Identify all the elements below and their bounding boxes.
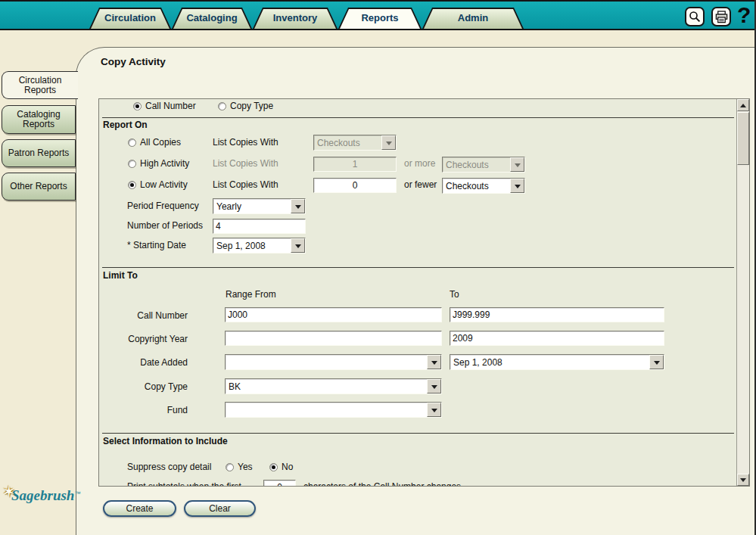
period-frequency-dropdown[interactable]: Yearly (213, 198, 306, 214)
report-options-form: Call Number Copy Type Report On All Copi… (98, 98, 750, 487)
app-window: Copy Activity Circulation Cataloging Inv… (0, 0, 756, 535)
logo-text: Sagebrush (11, 487, 74, 503)
tab-circulation-label: Circulation (89, 12, 171, 23)
suppress-no-radio[interactable] (269, 463, 278, 471)
create-button[interactable]: Create (103, 500, 176, 517)
top-navigation-bar: Circulation Cataloging Inventory Reports… (0, 0, 756, 30)
number-of-periods-input[interactable]: 4 (213, 219, 306, 234)
low-activity-label: Low Activity (140, 179, 188, 190)
section-divider (102, 433, 734, 434)
chevron-down-icon (381, 135, 396, 150)
scrollbar-thumb[interactable] (737, 112, 749, 165)
call-number-radio-label: Call Number (145, 101, 196, 111)
tab-reports[interactable]: Reports (338, 8, 422, 29)
number-of-periods-label: Number of Periods (127, 220, 203, 231)
tab-circulation[interactable]: Circulation (89, 8, 171, 29)
copy-type-radio[interactable] (218, 102, 226, 110)
sidebar-item-circulation-reports[interactable]: Circulation Reports (2, 71, 78, 99)
tab-cataloging[interactable]: Cataloging (172, 8, 252, 29)
low-activity-count-input[interactable]: 0 (313, 178, 397, 193)
list-copies-with-label: List Copies With (213, 158, 278, 169)
chevron-down-icon[interactable] (291, 199, 305, 213)
all-copies-unit-dropdown: Checkouts (313, 135, 397, 151)
starting-date-dropdown[interactable]: Sep 1, 2008 (213, 238, 306, 254)
chevron-down-icon[interactable] (510, 179, 524, 193)
list-copies-with-label: List Copies With (213, 137, 278, 148)
tab-reports-label: Reports (338, 12, 422, 23)
chevron-down-icon[interactable] (427, 403, 441, 417)
dropdown-value: Checkouts (314, 135, 381, 150)
limit-to-heading: Limit To (103, 270, 138, 281)
dropdown-value: Sep 1, 2008 (213, 238, 291, 253)
search-button[interactable] (685, 7, 705, 26)
help-button[interactable]: ? (737, 2, 751, 28)
high-activity-unit-dropdown: Checkouts (442, 157, 525, 173)
suppress-copy-detail-label: Suppress copy detail (127, 462, 211, 472)
fund-dropdown[interactable] (225, 402, 442, 418)
sidebar-item-label: Circulation Reports (2, 76, 78, 95)
or-more-label: or more (404, 158, 435, 169)
limit-copyright-year-label: Copyright Year (104, 334, 188, 344)
dropdown-value (226, 403, 427, 417)
section-divider (102, 117, 734, 118)
low-activity-radio[interactable] (128, 181, 136, 189)
chevron-down-icon[interactable] (291, 238, 305, 253)
high-activity-count-input: 1 (313, 157, 397, 172)
chevron-down-icon[interactable] (427, 379, 441, 393)
star-icon: ✶ (2, 483, 16, 501)
chevron-down-icon (740, 478, 746, 485)
limit-date-added-label: Date Added (104, 357, 188, 368)
call-number-radio[interactable] (133, 102, 142, 110)
print-icon (714, 10, 729, 24)
dropdown-value: Checkouts (443, 179, 510, 193)
dropdown-value: Sep 1, 2008 (450, 355, 649, 369)
vertical-scrollbar[interactable] (736, 99, 749, 486)
copyright-year-from-input[interactable] (225, 331, 442, 346)
chevron-up-icon (740, 101, 746, 107)
range-from-column-header: Range From (226, 289, 276, 300)
sidebar-item-cataloging-reports[interactable]: Cataloging Reports (2, 105, 76, 134)
starting-date-label: * Starting Date (127, 240, 186, 250)
suppress-yes-radio[interactable] (226, 463, 234, 471)
subtotals-prefix-label: Print subtotals when the first (127, 481, 241, 487)
suppress-yes-label: Yes (238, 462, 253, 472)
call-number-from-input[interactable]: J000 (225, 307, 442, 322)
sidebar-item-label: Other Reports (10, 182, 67, 191)
suppress-no-label: No (282, 462, 293, 472)
sidebar-item-label: Patron Reports (8, 148, 70, 158)
list-copies-with-label: List Copies With (213, 179, 278, 190)
copy-type-dropdown[interactable]: BK (225, 378, 442, 394)
copyright-year-to-input[interactable]: 2009 (450, 331, 664, 346)
high-activity-label: High Activity (140, 158, 189, 169)
print-button[interactable] (711, 7, 731, 26)
sidebar-item-other-reports[interactable]: Other Reports (2, 173, 76, 201)
limit-fund-label: Fund (104, 405, 188, 415)
report-on-heading: Report On (103, 120, 148, 130)
subtotals-suffix-label: characters of the Call Number changes. (303, 481, 463, 487)
date-added-from-dropdown[interactable] (225, 354, 442, 370)
tab-inventory[interactable]: Inventory (253, 8, 338, 29)
limit-copy-type-label: Copy Type (104, 381, 188, 392)
call-number-to-input[interactable]: J999.999 (450, 307, 664, 322)
select-info-heading: Select Information to Include (103, 436, 228, 446)
subtotals-characters-input[interactable]: 0 (263, 480, 296, 487)
scroll-up-button[interactable] (737, 99, 749, 111)
tab-admin-label: Admin (422, 12, 524, 23)
chevron-down-icon[interactable] (427, 355, 441, 369)
low-activity-unit-dropdown[interactable]: Checkouts (442, 178, 525, 194)
clear-button[interactable]: Clear (184, 500, 256, 517)
limit-call-number-label: Call Number (104, 310, 188, 321)
dropdown-value: Yearly (213, 199, 291, 213)
all-copies-radio[interactable] (128, 138, 136, 147)
scroll-down-button[interactable] (737, 474, 749, 486)
tab-inventory-label: Inventory (253, 12, 338, 23)
logo-trademark: ™ (74, 490, 80, 497)
date-added-to-dropdown[interactable]: Sep 1, 2008 (450, 354, 664, 370)
tab-admin[interactable]: Admin (422, 8, 524, 29)
to-column-header: To (450, 289, 459, 300)
dropdown-value: BK (226, 379, 427, 393)
page-title: Copy Activity (101, 56, 166, 67)
sidebar-item-patron-reports[interactable]: Patron Reports (2, 139, 76, 167)
chevron-down-icon[interactable] (649, 355, 664, 369)
high-activity-radio[interactable] (128, 160, 136, 168)
